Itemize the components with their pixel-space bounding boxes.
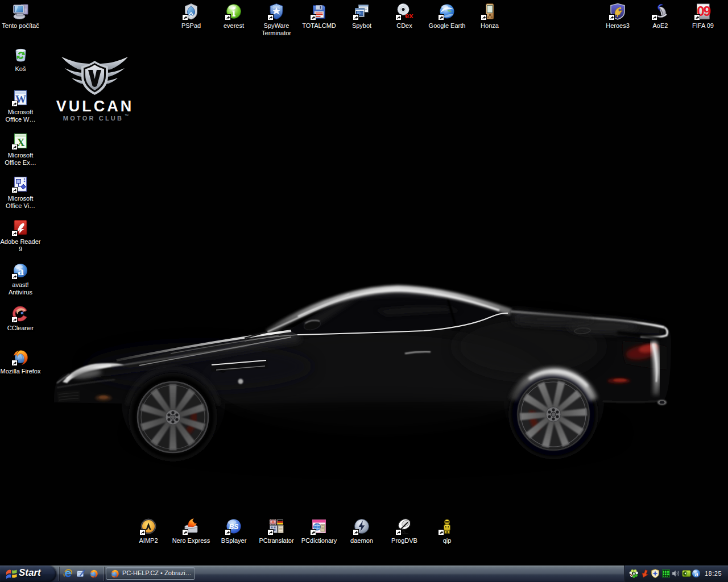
svg-text:a: a [695,570,698,578]
svg-text:X: X [17,136,25,148]
svg-text:MOTOR CLUB: MOTOR CLUB [63,115,123,122]
svg-text:™: ™ [125,114,129,118]
svg-text:a: a [18,264,24,278]
svg-text:VULCAN: VULCAN [56,98,134,115]
svg-text:ex: ex [405,11,413,20]
